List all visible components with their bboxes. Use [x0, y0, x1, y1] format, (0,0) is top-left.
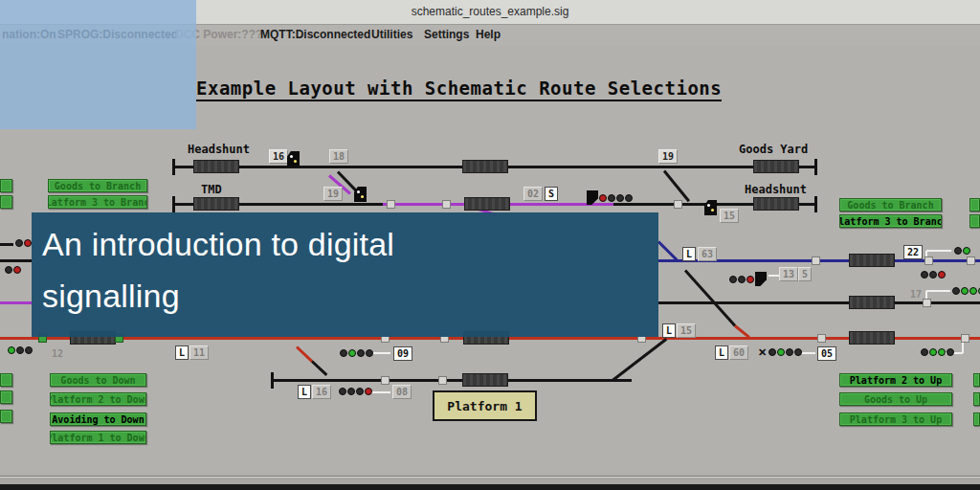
menu-item-help[interactable]: Help [476, 28, 501, 41]
route-button-partial[interactable] [969, 198, 980, 212]
signal-head[interactable] [8, 346, 33, 354]
route-button-platform-3-to-branch[interactable]: Platform 3 to Branch [48, 195, 147, 209]
signal-head[interactable] [921, 348, 954, 356]
point-marker[interactable] [381, 376, 390, 385]
signal-connector [926, 290, 950, 292]
signal-lamp-green [348, 349, 356, 357]
signal-button-15[interactable]: 15 [677, 323, 696, 338]
route-button-avoiding-to-down[interactable]: Avoiding to Down [50, 412, 146, 426]
signal-lamp-green [938, 348, 946, 356]
route-button-platform-2-to-up[interactable]: Platform 2 to Up [839, 373, 952, 387]
signal-head[interactable] [952, 287, 980, 295]
signal-head[interactable] [340, 349, 373, 357]
ground-signal-lamp [711, 209, 714, 212]
signal-head[interactable] [15, 239, 32, 247]
track-occupancy-block[interactable] [193, 160, 239, 173]
track-occupancy-block[interactable] [849, 254, 895, 267]
signal-button-15[interactable]: 15 [720, 209, 739, 223]
menu-item-settings[interactable]: Settings [424, 28, 469, 41]
signal-button-16[interactable]: 16 [312, 385, 331, 399]
signal-lamp-dark [339, 388, 346, 395]
ground-signal-icon[interactable] [287, 151, 300, 167]
point-marker[interactable] [967, 256, 975, 265]
route-button-platform-3-to-up[interactable]: Platform 3 to Up [839, 412, 952, 426]
signal-button-19[interactable]: 19 [323, 187, 343, 201]
layout-heading: Example Layout with Schematic Route Sele… [196, 78, 722, 101]
route-button-partial[interactable] [0, 179, 12, 192]
signal-lamp-dark [738, 276, 746, 283]
route-button-partial[interactable] [969, 214, 980, 228]
track-occupancy-block[interactable] [462, 373, 508, 387]
signal-lamp-red [365, 388, 372, 395]
track-occupancy-block[interactable] [462, 160, 508, 173]
route-button-partial[interactable] [0, 373, 12, 387]
signal-button-63[interactable]: 63 [698, 247, 717, 261]
menu-item-utilities[interactable]: Utilities [371, 28, 412, 41]
route-button-platform-3-to-branch[interactable]: Platform 3 to Branch [839, 214, 942, 228]
signal-lamp-dark [5, 266, 12, 274]
route-button-goods-to-branch[interactable]: Goods to Branch [48, 179, 147, 192]
track-area-label: Headshunt [188, 143, 250, 156]
signal-button-l[interactable]: L [298, 385, 311, 399]
signal-button-18[interactable]: 18 [329, 149, 348, 164]
track-occupancy-block[interactable] [193, 197, 239, 211]
track-occupancy-block[interactable] [849, 331, 895, 345]
point-marker[interactable] [674, 200, 682, 209]
signal-button-l[interactable]: L [662, 323, 676, 338]
signal-lamp-dark [952, 287, 960, 295]
track-occupancy-block[interactable] [753, 197, 799, 211]
signal-head[interactable] [921, 271, 946, 278]
route-button-goods-to-branch[interactable]: Goods to Branch [839, 198, 942, 212]
route-button-partial[interactable] [0, 410, 12, 423]
route-button-partial[interactable] [973, 392, 980, 406]
signal-head[interactable] [5, 266, 21, 274]
track-occupancy-block[interactable] [464, 197, 510, 211]
signal-button-09[interactable]: 09 [393, 346, 412, 361]
signal-button-17[interactable]: 17 [906, 287, 925, 301]
signal-button-l[interactable]: L [175, 345, 189, 360]
signal-button-02[interactable]: 02 [523, 187, 543, 201]
signal-button-l[interactable]: L [682, 247, 696, 261]
signal-button-s[interactable]: S [545, 187, 558, 201]
signal-button-l[interactable]: L [715, 345, 728, 360]
signal-button-19[interactable]: 19 [658, 149, 678, 164]
signal-button-22[interactable]: 22 [903, 245, 923, 259]
point-marker[interactable] [387, 200, 395, 209]
signal-button-12[interactable]: 12 [48, 346, 67, 361]
track-area-label: Goods Yard [739, 143, 808, 156]
point-marker[interactable] [817, 334, 826, 343]
route-button-partial[interactable] [973, 373, 980, 387]
menu-item-mqtt-disconnected[interactable]: MQTT:Disconnected [260, 28, 370, 41]
point-marker[interactable] [812, 256, 820, 265]
route-button-partial[interactable] [0, 195, 12, 209]
point-marker[interactable] [961, 334, 969, 343]
track-occupancy-block[interactable] [849, 296, 895, 309]
signal-button-13[interactable]: 13 [779, 267, 798, 281]
signal-button-08[interactable]: 08 [392, 385, 412, 399]
signal-button-5[interactable]: 5 [798, 267, 812, 281]
route-button-goods-to-down[interactable]: Goods to Down [50, 373, 146, 387]
signal-lamp-dark [947, 348, 954, 356]
track-occupancy-block[interactable] [753, 160, 799, 173]
signal-head[interactable] [339, 388, 372, 395]
route-button-partial[interactable] [973, 412, 980, 426]
signal-head[interactable] [729, 272, 767, 286]
point-marker[interactable] [438, 376, 447, 385]
route-button-platform-1-to-down[interactable]: Platform 1 to Down [50, 431, 146, 444]
route-button-goods-to-up[interactable]: Goods to Up [839, 392, 952, 406]
track-segment [663, 169, 690, 202]
route-highlight-red [296, 345, 313, 362]
route-button-partial[interactable] [0, 390, 12, 404]
signal-head[interactable]: ✕ [758, 348, 802, 356]
point-marker[interactable] [442, 200, 451, 209]
signal-head[interactable] [587, 190, 633, 205]
signal-button-16[interactable]: 16 [269, 149, 288, 164]
signal-button-05[interactable]: 05 [817, 346, 836, 361]
point-marker[interactable] [924, 256, 933, 265]
signal-button-11[interactable]: 11 [189, 345, 209, 360]
signal-button-60[interactable]: 60 [729, 345, 748, 360]
route-button-platform-2-to-down[interactable]: Platform 2 to Down [50, 392, 146, 406]
signal-lamp-red [746, 276, 754, 283]
ground-signal-lamp [357, 190, 360, 193]
signal-head[interactable] [954, 247, 970, 255]
